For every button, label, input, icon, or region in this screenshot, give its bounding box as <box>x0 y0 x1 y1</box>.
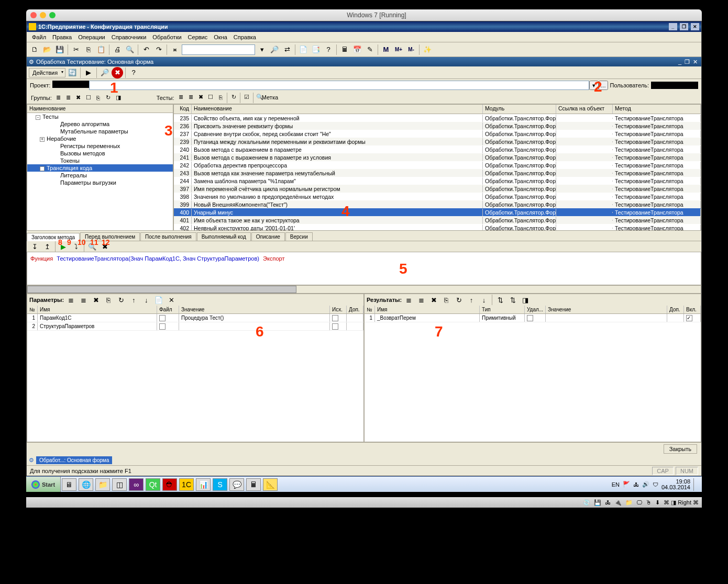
start-button[interactable]: Start <box>26 477 61 492</box>
help-form-icon[interactable]: ? <box>128 67 139 78</box>
open-icon[interactable]: 📂 <box>41 44 53 55</box>
tray-lang[interactable]: EN <box>612 481 620 488</box>
wand-icon[interactable]: ✨ <box>422 44 433 55</box>
vb-net-icon[interactable]: 🖧 <box>605 499 611 506</box>
tab-versions[interactable]: Версии <box>285 232 313 241</box>
search-combo[interactable] <box>182 44 255 55</box>
res-sort2-icon[interactable]: ⇅ <box>507 294 519 306</box>
tst-add-icon[interactable]: ≣ <box>176 93 185 102</box>
grp-edit-icon[interactable]: ≣ <box>64 93 73 103</box>
prm-copy-icon[interactable]: ⎘ <box>103 294 114 306</box>
prm-edit-icon[interactable]: ≣ <box>78 294 89 306</box>
prm-col-ext[interactable]: Доп. <box>347 306 363 313</box>
menu-processing[interactable]: Обработки <box>149 33 184 41</box>
restore-button[interactable]: ❐ <box>680 23 688 30</box>
form-min-icon[interactable]: _ <box>678 59 681 65</box>
prm-col-val[interactable]: Значение <box>179 306 330 313</box>
form-close-icon[interactable]: ✕ <box>693 59 698 65</box>
m-btn[interactable]: M <box>380 44 392 55</box>
task-qt-icon[interactable]: Qt <box>146 478 160 491</box>
tab-desc[interactable]: Описание <box>251 232 285 241</box>
m-plus-btn[interactable]: M+ <box>393 44 404 55</box>
min-button[interactable]: _ <box>669 23 677 30</box>
task-note-icon[interactable]: 📐 <box>263 478 278 491</box>
print-icon[interactable]: 🖨 <box>112 44 123 55</box>
table-row[interactable]: 398Значения по умолчанию в предопределён… <box>174 193 701 200</box>
find-toggle-icon[interactable]: ж <box>169 44 181 55</box>
table-row[interactable]: 401Имя объекта такое же как у конструкто… <box>174 216 701 224</box>
grp-sel-icon[interactable]: ☐ <box>84 93 93 103</box>
help-icon[interactable]: ? <box>323 44 334 55</box>
code-clear-icon[interactable]: ✖ <box>99 241 111 252</box>
table-row[interactable]: 239Путаница между локальными переменными… <box>174 138 701 145</box>
res-copy-icon[interactable]: ⎘ <box>440 294 452 306</box>
task-totalcmd-icon[interactable]: ◫ <box>112 478 127 491</box>
menu-operations[interactable]: Операции <box>75 33 108 41</box>
menu-edit[interactable]: Правка <box>49 33 75 41</box>
table-row[interactable]: 242Обработка деректив препроцессораОбраб… <box>174 161 701 169</box>
vb-mouse-icon[interactable]: 🖱 <box>646 499 652 506</box>
table-row[interactable]: 235Свойство объекта, имя как у переменно… <box>174 114 701 122</box>
prm-up-icon[interactable]: ↑ <box>128 294 139 306</box>
menu-file[interactable]: Файл <box>29 33 49 41</box>
task-1c-icon[interactable]: 1C <box>179 478 194 491</box>
grp-add-icon[interactable]: ≣ <box>54 93 63 103</box>
table-row[interactable]: 244Замена шаблона параметра "%1парам"Обр… <box>174 177 701 185</box>
vb-disk-icon[interactable]: 💾 <box>594 499 601 506</box>
mac-max-icon[interactable] <box>49 12 56 18</box>
res-col-del[interactable]: Удал... <box>525 306 546 313</box>
col-module[interactable]: Модуль <box>483 105 556 114</box>
vb-capture-icon[interactable]: ⬇ <box>655 499 660 506</box>
table-row[interactable]: 237Сравнение внутри скобок, перед скобка… <box>174 130 701 138</box>
dropdown-icon[interactable]: ▾ <box>256 44 268 55</box>
undo-icon[interactable]: ↶ <box>140 44 152 55</box>
res-sort1-icon[interactable]: ⇅ <box>494 294 506 306</box>
res-col-val[interactable]: Значение <box>546 306 667 313</box>
tab-before[interactable]: Перед выполнением <box>80 232 140 241</box>
doc-tab[interactable]: Обработ...: Основная форма <box>36 456 112 464</box>
vb-folder-icon[interactable]: 📁 <box>625 499 633 506</box>
vb-hdd-icon[interactable]: 💿 <box>583 499 590 506</box>
tray-clock[interactable]: 19:0804.03.2014 <box>661 479 690 490</box>
tree-item[interactable]: Литералы <box>27 172 173 179</box>
grp-more-icon[interactable]: ◨ <box>114 93 123 103</box>
doc2-icon[interactable]: 📑 <box>310 44 322 55</box>
code-up-icon[interactable]: ↥ <box>41 241 53 252</box>
task-vs-icon[interactable]: ∞ <box>129 478 144 491</box>
tree-item[interactable]: -Трансляция кода <box>27 164 173 172</box>
tree-item[interactable]: +Нерабочие <box>27 135 173 142</box>
col-name[interactable]: Наименование <box>192 105 483 114</box>
calendar-icon[interactable]: 📅 <box>351 44 363 55</box>
mac-close-icon[interactable] <box>30 12 37 18</box>
res-col-n[interactable]: № <box>365 306 375 313</box>
col-link[interactable]: Ссылка на объект <box>556 105 613 114</box>
tree-item[interactable]: Вызовы методов <box>27 150 173 157</box>
code-h-scrollbar[interactable] <box>27 285 701 294</box>
save-icon[interactable]: 💾 <box>54 44 65 55</box>
task-chrome-icon[interactable]: 🌐 <box>79 478 93 491</box>
tray-show-desktop[interactable] <box>693 478 699 491</box>
code-run-icon[interactable]: ↧ <box>29 241 40 252</box>
find-icon[interactable]: 🔎 <box>269 44 280 55</box>
code-step-icon[interactable]: ⤵ <box>70 241 82 252</box>
table-row[interactable]: 240Вызов метода с выражением в параметре… <box>174 145 701 153</box>
tst-del-icon[interactable]: ✖ <box>196 93 205 102</box>
stop-icon[interactable]: ✖ <box>112 67 123 78</box>
res-del-icon[interactable]: ✖ <box>428 294 439 306</box>
tst-refresh-icon[interactable]: ↻ <box>229 93 238 102</box>
menu-service[interactable]: Сервис <box>185 33 211 41</box>
code-play-icon[interactable]: ▶ <box>58 241 69 252</box>
tab-runcode[interactable]: Выполняемый код <box>197 232 251 241</box>
task-skype-icon[interactable]: S <box>213 478 227 491</box>
project-dropdown-icon[interactable]: ▾ <box>589 81 599 90</box>
prm-col-src[interactable]: Исх. <box>330 306 347 313</box>
copy-icon[interactable]: ⎘ <box>83 44 94 55</box>
res-col-name[interactable]: Имя <box>375 306 480 313</box>
form-max-icon[interactable]: ❐ <box>685 59 690 65</box>
tst-copy-icon[interactable]: ⎘ <box>216 93 225 102</box>
tree-item[interactable]: -Тесты <box>27 113 173 120</box>
tree-item[interactable]: Токены <box>27 157 173 164</box>
actions-dropdown[interactable]: Действия <box>29 68 65 77</box>
close-button[interactable]: ✕ <box>691 23 699 30</box>
prm-file-icon[interactable]: 📄 <box>153 294 164 306</box>
